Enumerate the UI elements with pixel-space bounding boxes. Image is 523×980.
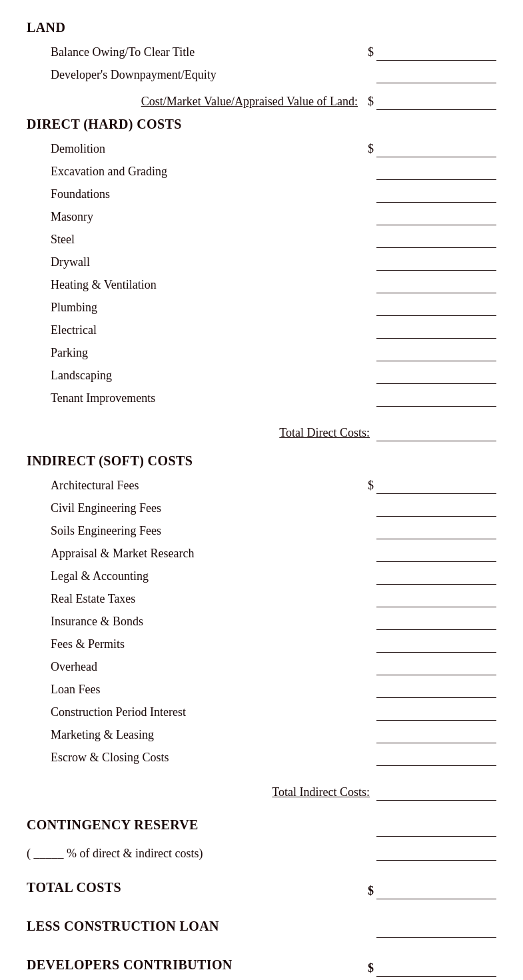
contingency-header: CONTINGENCY RESERVE [27,817,376,833]
contingency-header-row: CONTINGENCY RESERVE [27,813,496,837]
electrical-label: Electrical [51,323,362,339]
direct-costs-items: Demolition $ Excavation and Grading Foun… [27,136,496,407]
balance-owing-label: Balance Owing/To Clear Title [51,45,362,61]
architectural-fees-row: Architectural Fees $ [51,473,496,494]
masonry-input[interactable] [376,210,496,225]
direct-total-row: Total Direct Costs: [27,417,496,441]
plumbing-label: Plumbing [51,301,362,316]
drywall-input[interactable] [376,255,496,271]
contingency-pct-row: ( _____ % of direct & indirect costs) [27,837,496,861]
cost-market-label: Cost/Market Value/Appraised Value of Lan… [51,95,362,110]
indirect-costs-items: Architectural Fees $ Civil Engineering F… [27,473,496,766]
downpayment-label: Developer's Downpayment/Equity [51,68,362,83]
legal-accounting-input[interactable] [376,569,496,585]
downpayment-input[interactable] [376,68,496,83]
architectural-fees-input[interactable] [376,479,496,494]
less-construction-input[interactable] [376,923,496,938]
indirect-total-input[interactable] [376,785,496,801]
contingency-section: CONTINGENCY RESERVE ( _____ % of direct … [27,813,496,861]
indirect-costs-section: INDIRECT (SOFT) COSTS Architectural Fees… [27,453,496,801]
less-construction-row: LESS CONSTRUCTION LOAN [27,911,496,938]
total-costs-input[interactable] [376,884,496,899]
drywall-row: Drywall [51,249,496,271]
fees-permits-label: Fees & Permits [51,637,362,653]
appraisal-input[interactable] [376,547,496,562]
developers-contribution-header: DEVELOPERS CONTRIBUTION [27,957,362,973]
landscaping-label: Landscaping [51,369,362,384]
overhead-label: Overhead [51,660,362,675]
loan-fees-label: Loan Fees [51,683,362,698]
direct-total-input[interactable] [376,426,496,441]
escrow-closing-input[interactable] [376,751,496,766]
fees-permits-row: Fees & Permits [51,631,496,653]
insurance-bonds-input[interactable] [376,615,496,630]
total-costs-header: TOTAL COSTS [27,880,362,895]
steel-input[interactable] [376,233,496,248]
land-header: LAND [27,20,496,35]
direct-costs-header: DIRECT (HARD) COSTS [27,117,496,132]
cost-market-row: Cost/Market Value/Appraised Value of Lan… [51,86,496,110]
soils-engineering-input[interactable] [376,524,496,539]
escrow-closing-label: Escrow & Closing Costs [51,751,362,766]
contingency-input[interactable] [376,821,496,837]
civil-engineering-label: Civil Engineering Fees [51,501,362,517]
real-estate-taxes-input[interactable] [376,592,496,607]
balance-owing-row: Balance Owing/To Clear Title $ [51,39,496,61]
civil-engineering-row: Civil Engineering Fees [51,495,496,517]
marketing-leasing-label: Marketing & Leasing [51,728,362,743]
tenant-improvements-label: Tenant Improvements [51,391,362,407]
soils-engineering-label: Soils Engineering Fees [51,524,362,539]
foundations-label: Foundations [51,187,362,203]
masonry-label: Masonry [51,210,362,225]
less-construction-section: LESS CONSTRUCTION LOAN [27,911,496,938]
real-estate-taxes-row: Real Estate Taxes [51,586,496,607]
electrical-row: Electrical [51,317,496,339]
parking-label: Parking [51,346,362,361]
civil-engineering-input[interactable] [376,501,496,517]
plumbing-row: Plumbing [51,295,496,316]
tenant-improvements-input[interactable] [376,391,496,407]
heating-input[interactable] [376,278,496,293]
heating-row: Heating & Ventilation [51,272,496,293]
construction-interest-label: Construction Period Interest [51,705,362,721]
steel-row: Steel [51,227,496,248]
developers-contribution-input[interactable] [376,961,496,977]
overhead-row: Overhead [51,654,496,675]
less-construction-header: LESS CONSTRUCTION LOAN [27,919,376,934]
indirect-costs-header: INDIRECT (SOFT) COSTS [27,453,496,469]
land-section: LAND Balance Owing/To Clear Title $ Deve… [27,20,496,110]
construction-interest-input[interactable] [376,705,496,721]
excavation-label: Excavation and Grading [51,165,362,180]
drywall-label: Drywall [51,255,362,271]
foundations-row: Foundations [51,181,496,203]
excavation-input[interactable] [376,165,496,180]
indirect-total-label: Total Indirect Costs: [272,785,370,801]
marketing-leasing-input[interactable] [376,728,496,743]
demolition-row: Demolition $ [51,136,496,157]
loan-fees-input[interactable] [376,683,496,698]
architectural-fees-label: Architectural Fees [51,479,362,494]
developers-contribution-section: DEVELOPERS CONTRIBUTION $ [27,950,496,977]
plumbing-input[interactable] [376,301,496,316]
electrical-input[interactable] [376,323,496,339]
contingency-pct-label: ( _____ % of direct & indirect costs) [27,847,376,861]
foundations-input[interactable] [376,187,496,203]
contingency-pct-input[interactable] [376,845,496,861]
tenant-improvements-row: Tenant Improvements [51,385,496,407]
total-costs-row: TOTAL COSTS $ [27,873,496,899]
downpayment-row: Developer's Downpayment/Equity [51,62,496,83]
construction-interest-row: Construction Period Interest [51,699,496,721]
landscaping-input[interactable] [376,369,496,384]
landscaping-row: Landscaping [51,363,496,384]
insurance-bonds-row: Insurance & Bonds [51,609,496,630]
legal-accounting-label: Legal & Accounting [51,569,362,585]
overhead-input[interactable] [376,660,496,675]
balance-owing-input[interactable] [376,45,496,61]
direct-costs-section: DIRECT (HARD) COSTS Demolition $ Excavat… [27,117,496,441]
parking-row: Parking [51,340,496,361]
fees-permits-input[interactable] [376,637,496,653]
parking-input[interactable] [376,346,496,361]
demolition-input[interactable] [376,142,496,157]
cost-market-input[interactable] [376,95,496,110]
escrow-closing-row: Escrow & Closing Costs [51,745,496,766]
